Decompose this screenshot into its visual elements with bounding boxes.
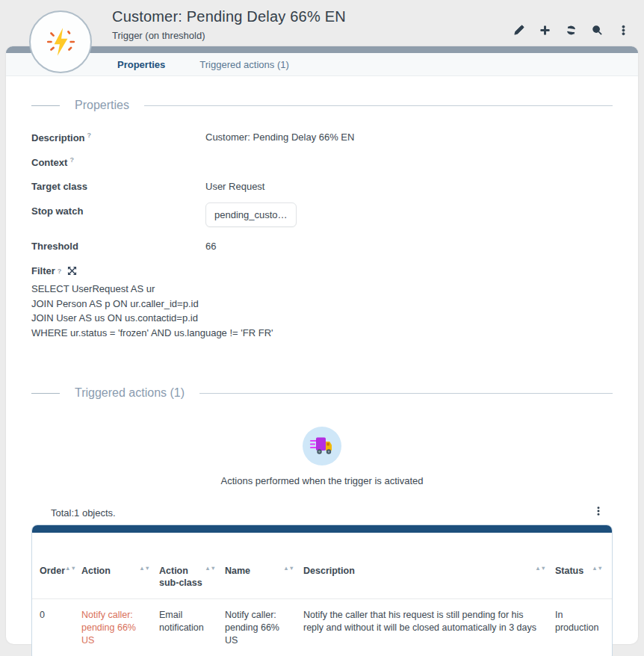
field-context: Context?	[31, 156, 613, 170]
lightning-bolt-icon	[43, 25, 78, 59]
sort-icon[interactable]: ▲▼	[139, 566, 150, 570]
triggered-actions-table: Order▲▼ Action▲▼ Action sub-class▲▼ Name…	[31, 525, 613, 656]
delivery-truck-icon	[303, 427, 341, 465]
threshold-value: 66	[205, 241, 216, 252]
description-label: Description	[31, 132, 85, 143]
page-header: Customer: Pending Delay 66% EN Trigger (…	[0, 0, 644, 46]
column-header-description[interactable]: Description▲▼	[303, 565, 555, 589]
oql-line: SELECT UserRequest AS ur	[31, 282, 613, 297]
field-threshold: Threshold 66	[31, 241, 613, 255]
tab-triggered-actions[interactable]: Triggered actions (1)	[199, 59, 288, 70]
help-icon: ?	[58, 267, 62, 275]
field-description: Description? Customer: Pending Delay 66%…	[31, 131, 613, 146]
oql-line: JOIN Person AS p ON ur.caller_id=p.id	[31, 297, 613, 312]
stop-watch-value-box[interactable]: pending_custo…	[205, 202, 297, 227]
table-header-row: Order▲▼ Action▲▼ Action sub-class▲▼ Name…	[32, 533, 612, 599]
edit-pencil-icon[interactable]	[513, 24, 524, 36]
help-icon: ?	[69, 156, 74, 164]
field-target-class: Target class User Request	[31, 181, 613, 195]
cell-action-link[interactable]: Notify caller: pending 66% US	[81, 610, 136, 646]
context-label: Context	[31, 157, 67, 168]
cell-description: Notify the caller that his request is st…	[303, 609, 555, 647]
object-toolbar	[513, 24, 629, 36]
properties-section-title: Properties	[75, 99, 129, 112]
field-stop-watch: Stop watch pending_custo…	[31, 205, 613, 227]
target-class-label: Target class	[31, 181, 205, 192]
column-header-action-subclass[interactable]: Action sub-class▲▼	[159, 565, 225, 589]
refresh-icon[interactable]	[565, 24, 577, 36]
cell-order: 0	[40, 609, 81, 647]
table-header-bar	[31, 525, 613, 533]
filter-label: Filter	[31, 265, 55, 276]
trigger-avatar	[29, 10, 92, 73]
column-header-order[interactable]: Order▲▼	[40, 565, 81, 589]
expand-arrows-icon[interactable]	[67, 266, 77, 276]
oql-line: JOIN User AS us ON us.contactid=p.id	[31, 311, 613, 326]
panel-top-bar	[6, 46, 638, 53]
object-panel: Properties Triggered actions (1) Propert…	[6, 46, 638, 644]
threshold-label: Threshold	[31, 241, 205, 252]
add-plus-icon[interactable]	[539, 24, 551, 36]
stop-watch-label: Stop watch	[31, 205, 205, 217]
field-filter: Filter ? SELECT UserRequest AS ur JOIN P…	[31, 265, 613, 340]
cell-status: In production	[555, 609, 612, 647]
sort-icon[interactable]: ▲▼	[283, 566, 294, 570]
cell-name: Notify caller: pending 66% US	[225, 609, 303, 647]
more-kebab-icon[interactable]	[617, 24, 629, 36]
search-icon[interactable]	[591, 24, 603, 36]
description-value: Customer: Pending Delay 66% EN	[205, 131, 354, 143]
column-header-status[interactable]: Status▲▼	[555, 565, 612, 589]
table-row[interactable]: 0 Notify caller: pending 66% US Email no…	[32, 599, 612, 647]
sort-icon[interactable]: ▲▼	[535, 566, 546, 570]
tab-strip: Properties Triggered actions (1)	[6, 53, 638, 76]
table-total-count: Total:1 objects.	[51, 507, 116, 519]
triggered-actions-caption: Actions performed when the trigger is ac…	[31, 475, 613, 486]
triggered-actions-section-title: Triggered actions (1)	[75, 386, 185, 400]
table-more-kebab-icon[interactable]	[593, 506, 604, 519]
oql-line: WHERE ur.status = 'frozen' AND us.langua…	[31, 326, 613, 341]
tab-properties[interactable]: Properties	[117, 59, 165, 70]
column-header-name[interactable]: Name▲▼	[225, 565, 303, 589]
filter-oql-query: SELECT UserRequest AS ur JOIN Person AS …	[31, 282, 613, 340]
properties-section-header: Properties	[31, 99, 613, 112]
sort-icon[interactable]: ▲▼	[65, 566, 76, 570]
help-icon: ?	[87, 131, 92, 139]
page-subtitle: Trigger (on threshold)	[112, 30, 205, 41]
triggered-actions-section-header: Triggered actions (1)	[31, 386, 613, 400]
sort-icon[interactable]: ▲▼	[205, 566, 216, 570]
cell-action-subclass: Email notification	[159, 609, 225, 647]
page-title: Customer: Pending Delay 66% EN	[112, 8, 346, 25]
column-header-action[interactable]: Action▲▼	[81, 565, 159, 589]
sort-icon[interactable]: ▲▼	[592, 566, 603, 570]
target-class-value: User Request	[205, 181, 264, 192]
